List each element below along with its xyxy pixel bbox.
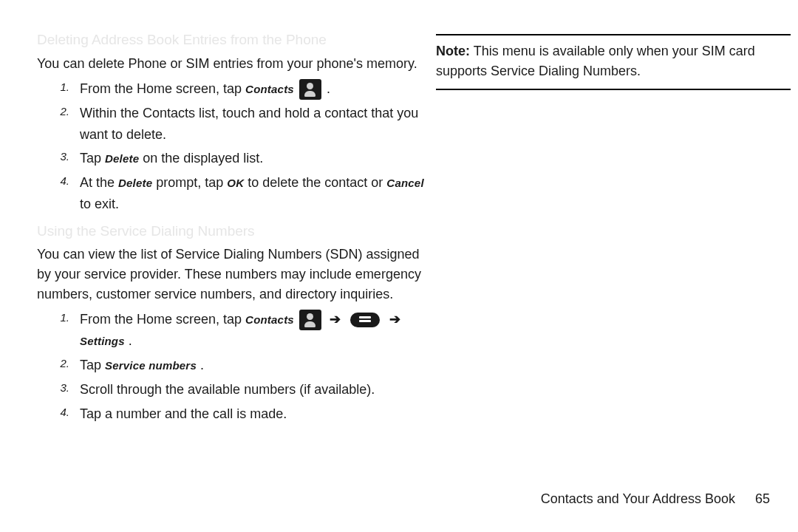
left-column: Deleting Address Book Entries from the P… [37, 30, 429, 431]
step-text: At the [80, 175, 118, 190]
cancel-label: Cancel [386, 177, 423, 189]
arrow-icon: ➔ [389, 309, 400, 330]
contacts-icon [299, 310, 321, 330]
right-column: Note: This menu is available only when y… [436, 30, 791, 90]
section1-step-4: 4. At the Delete prompt, tap OK to delet… [37, 172, 429, 215]
step-number: 1. [52, 78, 69, 96]
section-title-sdn: Using the Service Dialing Numbers [37, 221, 429, 242]
step-text: Within the Contacts list, touch and hold… [80, 106, 418, 142]
contacts-label: Contacts [245, 83, 294, 95]
section1-intro: You can delete Phone or SIM entries from… [37, 54, 429, 74]
step-text-tail: on the displayed list. [139, 151, 263, 166]
step-text: Tap [80, 358, 105, 372]
note-box: Note: This menu is available only when y… [436, 34, 791, 90]
section-title-deleting: Deleting Address Book Entries from the P… [37, 30, 429, 51]
step-text: From the Home screen, tap [80, 81, 245, 96]
step-number: 1. [52, 309, 69, 327]
note-text: This menu is available only when your SI… [436, 44, 755, 78]
step-text: Tap a number and the call is made. [80, 406, 287, 421]
page-footer: Contacts and Your Address Book 65 [541, 491, 770, 507]
manual-page: Deleting Address Book Entries from the P… [0, 0, 798, 532]
footer-chapter: Contacts and Your Address Book [541, 491, 735, 506]
step-text: From the Home screen, tap [80, 312, 245, 327]
section1-step-3: 3. Tap Delete on the displayed list. [37, 148, 429, 169]
footer-page-number: 65 [755, 491, 770, 506]
service-numbers-label: Service numbers [105, 359, 197, 372]
settings-label: Settings [80, 335, 125, 347]
section2-step-1: 1. From the Home screen, tap Contacts ➔ … [37, 309, 429, 352]
step-number: 3. [52, 379, 69, 397]
step-text-tail: . [125, 333, 132, 348]
section2-step-4: 4. Tap a number and the call is made. [37, 403, 429, 425]
step-number: 2. [52, 103, 69, 120]
section2-step-3: 3. Scroll through the available numbers … [37, 379, 429, 400]
arrow-icon: ➔ [330, 309, 341, 330]
step-number: 4. [52, 403, 69, 421]
step-number: 2. [52, 355, 69, 372]
step-number: 4. [52, 172, 69, 190]
section1-step-2: 2. Within the Contacts list, touch and h… [37, 103, 429, 146]
contacts-label: Contacts [245, 313, 294, 326]
delete-label: Delete [118, 177, 152, 189]
step-text: Scroll through the available numbers (if… [80, 382, 375, 397]
step-text-tail: to exit. [80, 197, 119, 211]
delete-label: Delete [105, 152, 139, 165]
ok-label: OK [227, 177, 244, 189]
step-text: Tap [80, 151, 105, 166]
step-text: prompt, tap [152, 175, 227, 190]
step-text-tail: . [323, 81, 330, 96]
note-label: Note: [436, 44, 470, 58]
step-number: 3. [52, 148, 69, 166]
section1-steps: 1. From the Home screen, tap Contacts . … [37, 78, 429, 215]
menu-icon [350, 313, 380, 327]
section1-step-1: 1. From the Home screen, tap Contacts . [37, 78, 429, 100]
contacts-icon [299, 79, 321, 100]
section2-steps: 1. From the Home screen, tap Contacts ➔ … [37, 309, 429, 424]
step-text: to delete the contact or [244, 175, 386, 190]
section2-step-2: 2. Tap Service numbers . [37, 355, 429, 376]
section2-intro: You can view the list of Service Dialing… [37, 245, 429, 304]
step-text-tail: . [197, 358, 204, 372]
